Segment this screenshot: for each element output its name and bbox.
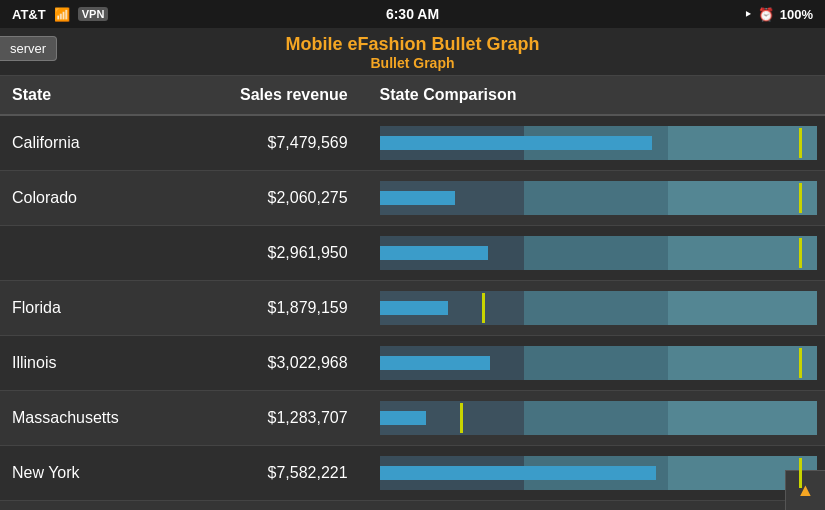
revenue-cell: $3,022,968 xyxy=(190,336,359,391)
bullet-graph-cell xyxy=(360,501,825,511)
bullet-graph-table: State Sales revenue State Comparison Cal… xyxy=(0,76,825,510)
carrier-label: AT&T xyxy=(12,7,46,22)
app-subtitle: Bullet Graph xyxy=(0,55,825,71)
state-cell: Illinois xyxy=(0,336,190,391)
battery-label: 100% xyxy=(780,7,813,22)
state-cell: Texas xyxy=(0,501,190,511)
table-row: Texas$10,117,664 xyxy=(0,501,825,511)
status-right: ‣ ⏰ 100% xyxy=(744,7,813,22)
bullet-graph-cell xyxy=(360,226,825,281)
table-header-row: State Sales revenue State Comparison xyxy=(0,76,825,115)
target-marker xyxy=(460,403,463,433)
table-row: New York$7,582,221 xyxy=(0,446,825,501)
status-bar: AT&T 📶 VPN 6:30 AM ‣ ⏰ 100% xyxy=(0,0,825,28)
actual-value-bar xyxy=(380,191,455,205)
revenue-cell: $2,060,275 xyxy=(190,171,359,226)
data-table-wrapper: State Sales revenue State Comparison Cal… xyxy=(0,76,825,510)
actual-value-bar xyxy=(380,136,653,150)
status-left: AT&T 📶 VPN xyxy=(12,7,108,22)
app-title: Mobile eFashion Bullet Graph xyxy=(0,34,825,55)
actual-value-bar xyxy=(380,466,656,480)
revenue-cell: $1,283,707 xyxy=(190,391,359,446)
bullet-graph-cell xyxy=(360,446,825,501)
state-cell xyxy=(0,226,190,281)
revenue-column-header: Sales revenue xyxy=(190,76,359,115)
table-row: Florida$1,879,159 xyxy=(0,281,825,336)
state-cell: Massachusetts xyxy=(0,391,190,446)
state-cell: Florida xyxy=(0,281,190,336)
state-cell: California xyxy=(0,115,190,171)
revenue-cell: $7,582,221 xyxy=(190,446,359,501)
bullet-graph-container xyxy=(380,401,817,435)
bullet-graph-cell xyxy=(360,115,825,171)
server-button[interactable]: server xyxy=(0,36,57,61)
state-column-header: State xyxy=(0,76,190,115)
bullet-graph-container xyxy=(380,236,817,270)
clock-icon: ⏰ xyxy=(758,7,774,22)
target-marker xyxy=(799,128,802,158)
bullet-graph-container xyxy=(380,346,817,380)
table-row: Massachusetts$1,283,707 xyxy=(0,391,825,446)
bottom-nav-bar[interactable]: ▲ xyxy=(785,470,825,510)
wifi-icon: 📶 xyxy=(54,7,70,22)
state-cell: Colorado xyxy=(0,171,190,226)
target-marker xyxy=(799,458,802,488)
bullet-graph-container xyxy=(380,291,817,325)
actual-value-bar xyxy=(380,356,490,370)
actual-value-bar xyxy=(380,301,448,315)
location-icon: ‣ xyxy=(744,7,752,22)
bullet-graph-cell xyxy=(360,171,825,226)
revenue-cell: $10,117,664 xyxy=(190,501,359,511)
actual-value-bar xyxy=(380,411,427,425)
bullet-graph-cell xyxy=(360,391,825,446)
bullet-graph-container xyxy=(380,456,817,490)
target-marker xyxy=(799,238,802,268)
vpn-badge: VPN xyxy=(78,7,109,21)
table-row: California$7,479,569 xyxy=(0,115,825,171)
app-header: server Mobile eFashion Bullet Graph Bull… xyxy=(0,28,825,76)
revenue-cell: $7,479,569 xyxy=(190,115,359,171)
target-marker xyxy=(799,183,802,213)
bullet-graph-cell xyxy=(360,281,825,336)
bullet-graph-cell xyxy=(360,336,825,391)
target-marker xyxy=(482,293,485,323)
state-cell: New York xyxy=(0,446,190,501)
bullet-graph-container xyxy=(380,126,817,160)
status-time: 6:30 AM xyxy=(386,6,439,22)
revenue-cell: $1,879,159 xyxy=(190,281,359,336)
target-marker xyxy=(799,348,802,378)
comparison-column-header: State Comparison xyxy=(360,76,825,115)
table-row: Colorado$2,060,275 xyxy=(0,171,825,226)
table-row: Illinois$3,022,968 xyxy=(0,336,825,391)
table-row: $2,961,950 xyxy=(0,226,825,281)
bullet-graph-container xyxy=(380,181,817,215)
revenue-cell: $2,961,950 xyxy=(190,226,359,281)
actual-value-bar xyxy=(380,246,488,260)
